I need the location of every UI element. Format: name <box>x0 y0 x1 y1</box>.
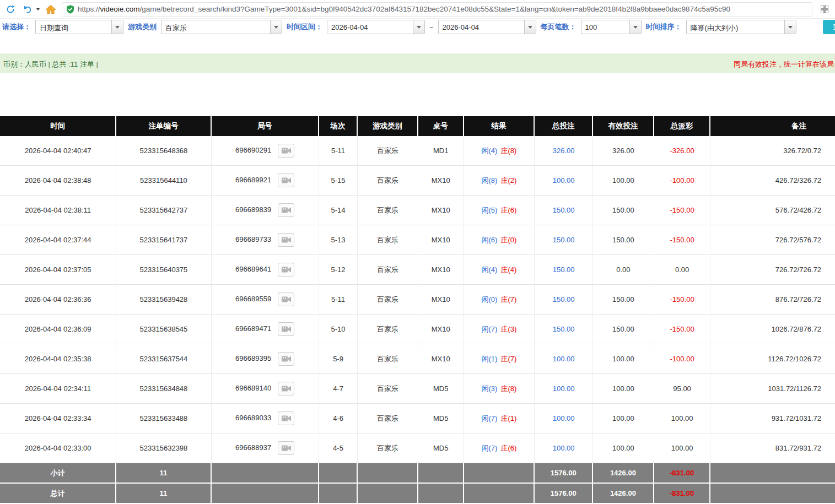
range-separator: ~ <box>429 23 434 31</box>
apps-grid-icon[interactable] <box>818 3 831 15</box>
round-number: 696689033 <box>235 414 271 422</box>
cell-session: 5-15 <box>319 166 358 196</box>
browser-toolbar: https://videoie.com/game/betrecord_searc… <box>0 0 835 19</box>
chevron-down-icon[interactable] <box>784 20 796 34</box>
cell-time: 2026-04-04 02:35:38 <box>0 344 116 374</box>
total-label: 总计 <box>0 484 116 504</box>
table-row: 2026-04-04 02:38:11 523315642737 6966898… <box>0 196 835 225</box>
cell-bet-id: 523315639428 <box>116 285 211 315</box>
cell-valid-bet: 100.00 <box>593 374 654 404</box>
page-size-label: 每页笔数： <box>541 22 577 32</box>
round-number: 696689733 <box>235 235 271 243</box>
table-row: 2026-04-04 02:33:34 523315633488 6966890… <box>0 404 835 433</box>
cell-table-no: MD1 <box>418 136 464 166</box>
cell-result: 闲(8)庄(2) <box>464 166 535 196</box>
result-player: 闲(6) <box>482 236 498 244</box>
cell-game-type: 百家乐 <box>358 315 418 344</box>
cell-bet-id: 523315644110 <box>116 166 211 196</box>
cell-bet-id: 523315640375 <box>116 255 211 285</box>
cell-total-bet[interactable]: 150.00 <box>535 315 593 344</box>
cell-session: 5-13 <box>319 225 358 255</box>
cell-round: 696689559 <box>212 285 319 315</box>
cell-total-bet[interactable]: 150.00 <box>535 196 593 225</box>
home-icon[interactable] <box>45 3 57 15</box>
col-session: 场次 <box>319 116 358 136</box>
cell-time: 2026-04-04 02:38:11 <box>0 196 116 225</box>
cell-game-type: 百家乐 <box>358 196 418 225</box>
bet-record-table: 时间 注单编号 局号 场次 游戏类别 桌号 结果 总投注 有效投注 总派彩 备注… <box>0 116 835 504</box>
date-to-select[interactable]: 2026-04-04 <box>438 20 536 34</box>
cell-result: 闲(0)庄(7) <box>464 285 535 315</box>
video-replay-icon[interactable] <box>278 441 294 455</box>
time-range-label: 时间区间： <box>287 22 322 32</box>
cell-session: 4-6 <box>319 404 358 433</box>
refresh-icon[interactable] <box>4 3 17 15</box>
cell-bet-id: 523315633488 <box>116 404 211 433</box>
cell-game-type: 百家乐 <box>358 166 418 196</box>
time-sort-select[interactable]: 降幂(由大到小) <box>686 20 796 34</box>
cell-total-bet[interactable]: 100.00 <box>535 374 593 404</box>
cell-bet-id: 523315648368 <box>116 136 211 166</box>
cell-round: 696689395 <box>212 344 319 374</box>
cell-total-bet[interactable]: 100.00 <box>535 404 593 433</box>
cell-total-bet[interactable]: 150.00 <box>535 285 593 315</box>
video-replay-icon[interactable] <box>278 352 294 366</box>
cell-game-type: 百家乐 <box>358 225 418 255</box>
result-player: 闲(5) <box>482 206 498 214</box>
result-player: 闲(4) <box>482 147 498 155</box>
cell-time: 2026-04-04 02:36:36 <box>0 285 116 315</box>
chevron-down-icon[interactable] <box>111 20 123 34</box>
cell-total-bet[interactable]: 326.00 <box>535 136 593 166</box>
cell-game-type: 百家乐 <box>358 136 418 166</box>
search-button[interactable]: 查询 <box>823 20 835 34</box>
cell-total-bet[interactable]: 150.00 <box>535 255 593 285</box>
result-banker: 庄(7) <box>500 295 516 304</box>
chevron-down-icon[interactable] <box>629 20 641 34</box>
chevron-down-icon[interactable] <box>524 20 536 34</box>
video-replay-icon[interactable] <box>278 233 294 247</box>
cell-bet-id: 523315642737 <box>116 196 211 225</box>
cell-round: 696689641 <box>212 255 319 285</box>
video-replay-icon[interactable] <box>278 322 294 336</box>
video-replay-icon[interactable] <box>278 144 294 158</box>
table-footer: 小计 11 1576.00 1426.00 -831.00 总计 11 1576… <box>0 463 835 504</box>
chevron-down-icon[interactable] <box>413 20 424 34</box>
result-player: 闲(7) <box>482 414 498 422</box>
history-dropdown-caret[interactable] <box>36 8 40 10</box>
col-remark: 备注 <box>710 116 835 136</box>
cell-total-bet[interactable]: 100.00 <box>535 166 593 196</box>
cell-valid-bet: 100.00 <box>593 166 654 196</box>
cell-total-bet[interactable]: 100.00 <box>535 344 593 374</box>
video-replay-icon[interactable] <box>278 263 294 277</box>
video-replay-icon[interactable] <box>278 292 294 306</box>
subtotal-total-bet: 1576.00 <box>535 463 593 484</box>
cell-total-bet[interactable]: 150.00 <box>535 225 593 255</box>
cell-payout: -150.00 <box>654 196 711 225</box>
back-undo-icon[interactable] <box>21 3 34 15</box>
address-bar[interactable]: https://videoie.com/game/betrecord_searc… <box>62 2 812 17</box>
round-number: 696689641 <box>235 265 271 273</box>
col-table-no: 桌号 <box>418 116 464 136</box>
query-type-select[interactable]: 日期查询 <box>35 20 123 34</box>
cell-round: 696689733 <box>212 225 319 255</box>
col-payout: 总派彩 <box>654 116 711 136</box>
result-player: 闲(0) <box>482 295 498 304</box>
game-type-select[interactable]: 百家乐 <box>161 20 282 34</box>
cell-result: 闲(7)庄(3) <box>464 315 535 344</box>
cell-valid-bet: 326.00 <box>593 136 654 166</box>
result-banker: 庄(8) <box>500 384 516 393</box>
video-replay-icon[interactable] <box>278 203 294 217</box>
video-replay-icon[interactable] <box>278 174 294 187</box>
chevron-down-icon[interactable] <box>270 20 282 34</box>
cell-remark: 726.72/726.72 <box>710 255 835 285</box>
cell-total-bet[interactable]: 100.00 <box>535 433 593 463</box>
date-from-select[interactable]: 2026-04-04 <box>327 20 425 34</box>
video-replay-icon[interactable] <box>278 382 294 395</box>
video-replay-icon[interactable] <box>278 411 294 425</box>
cell-session: 5-11 <box>319 136 358 166</box>
cell-table-no: MX10 <box>418 255 464 285</box>
cell-remark: 576.72/426.72 <box>710 196 835 225</box>
table-body: 2026-04-04 02:40:47 523315648368 6966902… <box>0 136 835 463</box>
page-size-select[interactable]: 100 <box>581 20 642 34</box>
round-number: 696689559 <box>235 295 271 303</box>
